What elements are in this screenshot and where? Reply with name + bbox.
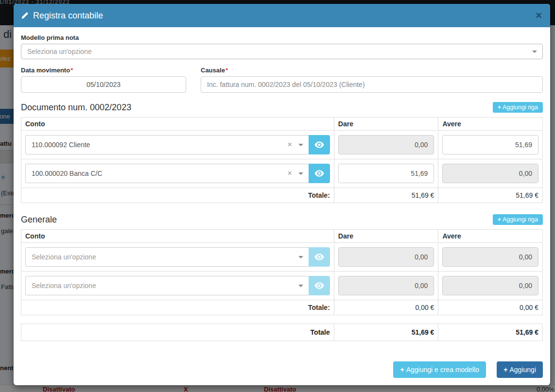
grand-total-avere: 51,69 €	[438, 324, 543, 341]
conto-select-group: Seleziona un'opzione	[25, 276, 330, 295]
add-and-create-template-button[interactable]: +Aggiungi e crea modello	[393, 361, 486, 378]
totals-row: Totale: 0,00 € 0,00 €	[21, 300, 543, 315]
plus-icon: +	[498, 104, 501, 111]
eye-icon	[314, 282, 324, 289]
chevron-down-icon	[532, 51, 537, 53]
chevron-down-icon	[298, 144, 303, 146]
required-asterisk: *	[225, 67, 228, 74]
view-account-button[interactable]	[309, 135, 330, 154]
dare-input	[338, 247, 434, 267]
plus-icon: +	[400, 366, 404, 374]
add-row-button-documento[interactable]: +Aggiungi riga	[493, 102, 543, 113]
dare-input	[338, 276, 434, 295]
eye-icon	[314, 141, 324, 148]
eye-icon	[314, 170, 324, 177]
table-row: 110.000092 Cliente ×	[21, 131, 543, 159]
modal-body: Modello prima nota Seleziona un'opzione …	[14, 27, 550, 355]
close-icon[interactable]: ×	[535, 10, 543, 21]
causale-label: Causale*	[201, 67, 543, 74]
data-movimento-input[interactable]	[21, 76, 186, 93]
modello-select[interactable]: Seleziona un'opzione	[21, 44, 543, 59]
modal-title: Registra contabile	[21, 11, 103, 21]
view-account-button-disabled	[309, 247, 330, 267]
plus-icon: +	[498, 216, 501, 223]
totale-dare: 0,00 €	[334, 300, 438, 315]
conto-select-group: 110.000092 Cliente ×	[25, 135, 330, 154]
eye-icon	[314, 254, 324, 260]
modello-placeholder: Seleziona un'opzione	[27, 48, 92, 55]
column-header-conto: Conto	[21, 230, 334, 243]
date-causale-row: Data movimento* Causale*	[21, 67, 543, 93]
chevron-down-icon	[298, 172, 303, 175]
totale-avere: 0,00 €	[438, 300, 543, 315]
conto-placeholder: Seleziona un'opzione	[32, 253, 96, 261]
dare-input[interactable]	[338, 164, 434, 183]
generale-table: Conto Dare Avere Seleziona un'opzione	[21, 229, 543, 315]
modello-label: Modello prima nota	[21, 34, 543, 41]
totals-row: Totale: 51,69 € 51,69 €	[21, 188, 543, 203]
table-row: 100.000020 Banca C/C ×	[21, 159, 543, 188]
column-header-avere: Avere	[438, 230, 543, 243]
table-row: Seleziona un'opzione	[21, 243, 543, 272]
documento-section-header: Documento num. 0002/2023 +Aggiungi riga	[21, 102, 543, 113]
totale-avere: 51,69 €	[438, 188, 543, 203]
grand-total-label: Totale	[21, 324, 334, 341]
plus-icon: +	[503, 366, 507, 374]
screen: 01/01/2023 - 31/12/2023 di elez one attu…	[0, 0, 555, 392]
documento-table: Conto Dare Avere 110.000092 Cliente ×	[21, 117, 543, 203]
modal-header: Registra contabile ×	[14, 4, 550, 27]
totale-dare: 51,69 €	[334, 188, 438, 203]
data-movimento-label: Data movimento*	[21, 67, 186, 74]
avere-input	[442, 276, 538, 295]
view-account-button-disabled	[309, 276, 330, 295]
modal-footer: +Aggiungi e crea modello +Aggiungi	[14, 355, 550, 385]
conto-select[interactable]: Seleziona un'opzione	[25, 276, 309, 295]
column-header-dare: Dare	[334, 230, 438, 243]
chevron-down-icon	[298, 256, 303, 258]
column-header-avere: Avere	[438, 118, 543, 131]
clear-icon[interactable]: ×	[287, 141, 292, 149]
required-asterisk: *	[70, 67, 73, 74]
causale-group: Causale*	[201, 67, 543, 93]
conto-select-group: Seleziona un'opzione	[25, 247, 330, 267]
generale-section-header: Generale +Aggiungi riga	[21, 214, 543, 225]
clear-icon[interactable]: ×	[287, 170, 292, 177]
totale-label: Totale:	[21, 300, 334, 315]
column-header-dare: Dare	[334, 118, 438, 131]
grand-total-row: Totale 51,69 € 51,69 €	[21, 324, 543, 341]
table-row: Seleziona un'opzione	[21, 272, 543, 300]
pencil-icon	[21, 12, 29, 19]
chevron-down-icon	[298, 285, 303, 287]
conto-select[interactable]: 110.000092 Cliente ×	[25, 135, 309, 154]
grand-total-table: Totale 51,69 € 51,69 €	[21, 324, 543, 341]
add-button[interactable]: +Aggiungi	[497, 361, 543, 378]
conto-select-group: 100.000020 Banca C/C ×	[25, 164, 330, 183]
avere-input[interactable]	[442, 135, 538, 154]
registra-contabile-modal: Registra contabile × Modello prima nota …	[14, 4, 550, 385]
add-row-button-generale[interactable]: +Aggiungi riga	[493, 214, 543, 225]
data-movimento-group: Data movimento*	[21, 67, 186, 93]
modal-title-text: Registra contabile	[33, 11, 103, 21]
documento-section-title: Documento num. 0002/2023	[21, 102, 131, 113]
causale-input[interactable]	[201, 76, 543, 93]
conto-placeholder: Seleziona un'opzione	[32, 282, 96, 290]
conto-select[interactable]: Seleziona un'opzione	[25, 247, 309, 267]
avere-input	[442, 164, 538, 183]
totale-label: Totale:	[21, 188, 334, 203]
column-header-conto: Conto	[21, 118, 334, 131]
grand-total-dare: 51,69 €	[334, 324, 438, 341]
avere-input	[442, 247, 538, 267]
conto-selected-value: 110.000092 Cliente	[32, 141, 90, 149]
dare-input	[338, 135, 434, 154]
view-account-button[interactable]	[309, 164, 330, 183]
generale-section-title: Generale	[21, 215, 57, 225]
conto-selected-value: 100.000020 Banca C/C	[32, 170, 103, 177]
conto-select[interactable]: 100.000020 Banca C/C ×	[25, 164, 309, 183]
